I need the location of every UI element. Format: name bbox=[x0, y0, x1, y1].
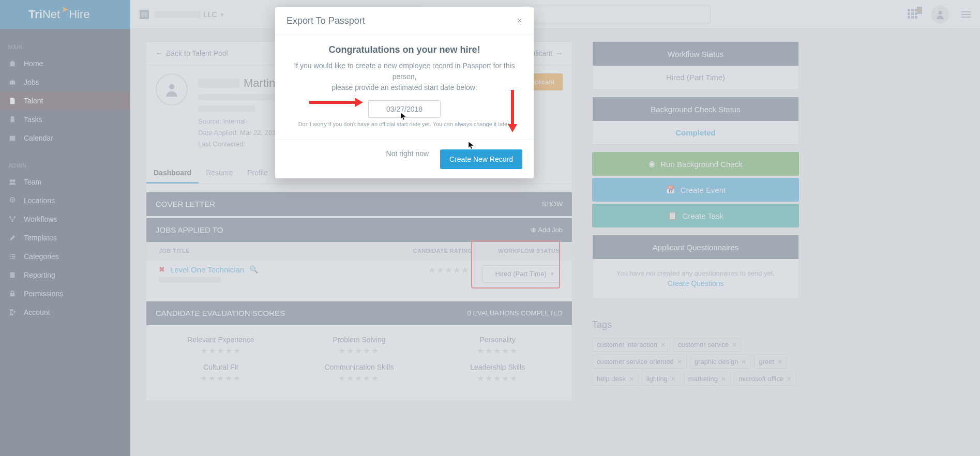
annotation-arrow-vertical bbox=[508, 90, 517, 132]
modal-desc-2: please provide an estimated start date b… bbox=[287, 82, 522, 93]
cursor-icon bbox=[401, 113, 407, 121]
annotation-arrow-horizontal bbox=[309, 98, 363, 107]
modal-close-button[interactable]: × bbox=[517, 16, 522, 26]
not-right-now-button[interactable]: Not right now bbox=[386, 149, 429, 169]
modal-note: Don't worry if you don't have an officia… bbox=[287, 121, 522, 127]
export-passport-modal: Export To Passport × Congratulations on … bbox=[275, 7, 534, 178]
modal-desc-1: If you would like to create a new employ… bbox=[287, 60, 522, 82]
cursor-icon bbox=[469, 142, 475, 150]
modal-title: Export To Passport bbox=[287, 16, 365, 26]
modal-heading: Congratulations on your new hire! bbox=[287, 44, 522, 55]
svg-marker-12 bbox=[355, 98, 363, 107]
svg-marker-14 bbox=[508, 124, 517, 132]
create-new-record-button[interactable]: Create New Record bbox=[440, 149, 522, 169]
